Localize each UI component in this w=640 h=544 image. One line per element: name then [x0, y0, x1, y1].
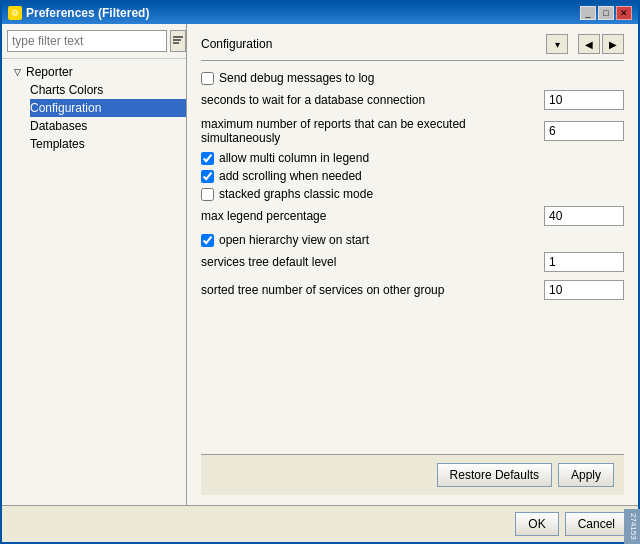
services-level-label: services tree default level: [201, 255, 544, 269]
svg-rect-2: [173, 42, 179, 44]
apply-button[interactable]: Apply: [558, 463, 614, 487]
close-button[interactable]: ✕: [616, 6, 632, 20]
field-seconds: seconds to wait for a database connectio…: [201, 89, 624, 111]
restore-defaults-button[interactable]: Restore Defaults: [437, 463, 552, 487]
sidebar-item-databases[interactable]: Databases: [30, 117, 186, 135]
nav-forward-button[interactable]: ▶: [602, 34, 624, 54]
field-open-hierarchy: open hierarchy view on start: [201, 233, 624, 247]
max-legend-input[interactable]: [544, 206, 624, 226]
tree: ▽ Reporter Charts Colors Configuration D…: [2, 59, 186, 505]
config-title-bar: Configuration ▾ ◀ ▶: [201, 34, 624, 61]
restore-apply-bar: Restore Defaults Apply: [201, 454, 624, 495]
field-multi-column: allow multi column in legend: [201, 151, 624, 165]
minimize-button[interactable]: _: [580, 6, 596, 20]
tree-root-label: Reporter: [26, 65, 73, 79]
filter-clear-button[interactable]: [170, 30, 186, 52]
config-title-text: Configuration: [201, 37, 272, 51]
filter-input[interactable]: [7, 30, 167, 52]
field-send-debug: Send debug messages to log: [201, 71, 624, 85]
sidebar-item-charts-colors[interactable]: Charts Colors: [30, 81, 186, 99]
send-debug-checkbox[interactable]: [201, 72, 214, 85]
seconds-input[interactable]: [544, 90, 624, 110]
svg-rect-0: [173, 36, 183, 38]
ok-button[interactable]: OK: [515, 512, 558, 536]
main-content: ▽ Reporter Charts Colors Configuration D…: [2, 24, 638, 505]
tree-root-reporter[interactable]: ▽ Reporter: [2, 63, 186, 81]
field-add-scrolling: add scrolling when needed: [201, 169, 624, 183]
titlebar-left: ⚙ Preferences (Filtered): [8, 6, 149, 20]
window-title: Preferences (Filtered): [26, 6, 149, 20]
seconds-label: seconds to wait for a database connectio…: [201, 93, 544, 107]
titlebar: ⚙ Preferences (Filtered) _ □ ✕: [2, 2, 638, 24]
tree-expand-icon: ▽: [10, 65, 24, 79]
sidebar-item-configuration[interactable]: Configuration: [30, 99, 186, 117]
open-hierarchy-checkbox[interactable]: [201, 234, 214, 247]
databases-label: Databases: [30, 119, 87, 133]
open-hierarchy-label: open hierarchy view on start: [219, 233, 369, 247]
left-panel: ▽ Reporter Charts Colors Configuration D…: [2, 24, 187, 505]
nav-dropdown-button[interactable]: ▾: [546, 34, 568, 54]
field-stacked-graphs: stacked graphs classic mode: [201, 187, 624, 201]
max-reports-input[interactable]: [544, 121, 624, 141]
right-panel: Configuration ▾ ◀ ▶ Send debug messages …: [187, 24, 638, 505]
watermark: 274153: [624, 509, 640, 544]
configuration-label: Configuration: [30, 101, 101, 115]
filter-row: [2, 24, 186, 59]
stacked-graphs-label: stacked graphs classic mode: [219, 187, 373, 201]
add-scrolling-label: add scrolling when needed: [219, 169, 362, 183]
field-max-reports: maximum number of reports that can be ex…: [201, 117, 624, 145]
charts-colors-label: Charts Colors: [30, 83, 103, 97]
ok-cancel-bar: OK Cancel: [2, 505, 638, 542]
config-nav: ▾ ◀ ▶: [546, 34, 624, 54]
sorted-tree-label: sorted tree number of services on other …: [201, 283, 544, 297]
multi-column-label: allow multi column in legend: [219, 151, 369, 165]
tree-children: Charts Colors Configuration Databases Te…: [2, 81, 186, 153]
add-scrolling-checkbox[interactable]: [201, 170, 214, 183]
maximize-button[interactable]: □: [598, 6, 614, 20]
max-legend-label: max legend percentage: [201, 209, 544, 223]
field-max-legend: max legend percentage: [201, 205, 624, 227]
field-services-level: services tree default level: [201, 251, 624, 273]
window-icon: ⚙: [8, 6, 22, 20]
cancel-button[interactable]: Cancel: [565, 512, 628, 536]
max-reports-label: maximum number of reports that can be ex…: [201, 117, 544, 145]
field-sorted-tree: sorted tree number of services on other …: [201, 279, 624, 301]
sorted-tree-input[interactable]: [544, 280, 624, 300]
stacked-graphs-checkbox[interactable]: [201, 188, 214, 201]
nav-back-button[interactable]: ◀: [578, 34, 600, 54]
templates-label: Templates: [30, 137, 85, 151]
sidebar-item-templates[interactable]: Templates: [30, 135, 186, 153]
send-debug-label: Send debug messages to log: [219, 71, 374, 85]
main-window: ⚙ Preferences (Filtered) _ □ ✕: [0, 0, 640, 544]
titlebar-buttons: _ □ ✕: [580, 6, 632, 20]
services-level-input[interactable]: [544, 252, 624, 272]
multi-column-checkbox[interactable]: [201, 152, 214, 165]
svg-rect-1: [173, 39, 181, 41]
clear-icon: [171, 34, 185, 48]
